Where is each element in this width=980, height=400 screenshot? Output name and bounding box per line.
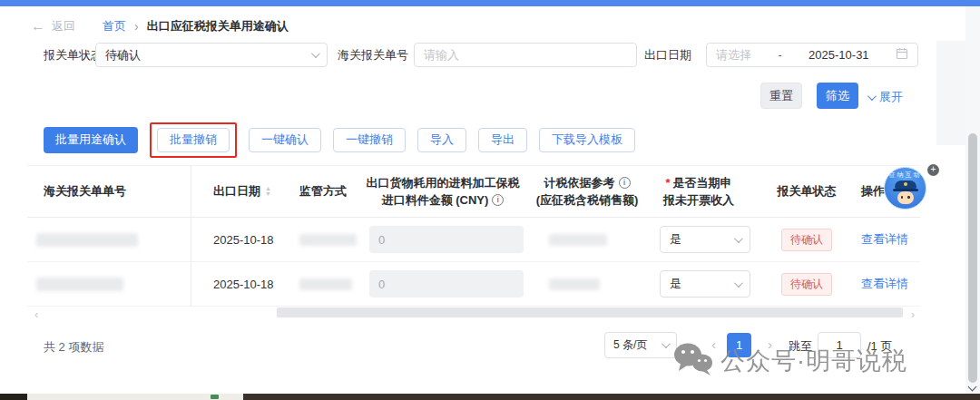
required-asterisk: *	[665, 174, 670, 192]
declare-flag-select[interactable]: 是	[660, 270, 750, 298]
bonded-amount-cell	[357, 226, 529, 253]
supervision-mode-cell-redacted	[277, 278, 357, 290]
export-date-range-picker[interactable]: 请选择 - 2025-10-31	[706, 43, 918, 67]
declare-flag-value: 是	[670, 231, 681, 248]
uninvoiced-income-cell: 是	[645, 270, 752, 298]
batch-purpose-confirm-button[interactable]: 批量用途确认	[44, 127, 138, 153]
chevron-down-icon	[867, 92, 877, 101]
red-highlight-annotation: 批量撤销	[150, 122, 237, 158]
assistant-expand-icon[interactable]: +	[927, 164, 939, 176]
chevron-down-icon	[734, 278, 743, 288]
export-date-cell: 2025-10-18	[191, 278, 277, 291]
actions-cell: 查看详情	[861, 276, 920, 292]
breadcrumb-separator-icon: ›	[134, 19, 139, 34]
status-cell: 待确认	[752, 229, 861, 251]
status-cell: 待确认	[752, 273, 861, 296]
assistant-avatar[interactable]: 征纳互动	[884, 167, 926, 210]
view-details-link[interactable]: 查看详情	[861, 231, 908, 248]
back-link[interactable]: 返回	[52, 18, 75, 34]
date-start-placeholder: 请选择	[716, 47, 751, 63]
bonded-amount-input	[369, 270, 524, 298]
status-filter-value: 待确认	[105, 47, 141, 63]
table-row: 2025-10-18 是 待确认 查看详情	[27, 262, 920, 307]
page-size-value: 5 条/页	[613, 337, 647, 353]
taskbar-segment	[0, 394, 27, 400]
one-click-cancel-button[interactable]: 一键撤销	[333, 128, 406, 152]
header-line: 出口货物耗用的进料加工保税	[367, 174, 520, 192]
officer-cap-icon	[895, 180, 916, 189]
header-line: 计税依据参考	[544, 174, 615, 192]
tax-basis-cell-redacted	[529, 234, 645, 246]
tax-basis-cell-redacted	[529, 278, 645, 290]
one-click-confirm-button[interactable]: 一键确认	[249, 128, 321, 152]
fixed-column-divider	[191, 165, 191, 307]
header-line: 进口料件金额 (CNY)	[382, 191, 489, 210]
officer-face-icon	[897, 191, 914, 204]
declare-flag-value: 是	[670, 276, 681, 292]
info-icon[interactable]: i	[492, 194, 504, 206]
bonded-amount-input	[369, 226, 524, 253]
col-header-export-date[interactable]: 出口日期 ▲▼	[191, 183, 277, 200]
bonded-amount-cell	[357, 270, 529, 298]
taskbar-strip	[0, 394, 980, 400]
chevron-down-icon	[662, 339, 671, 348]
batch-cancel-button[interactable]: 批量撤销	[157, 128, 230, 152]
info-icon[interactable]: i	[619, 177, 631, 189]
breadcrumb-home-link[interactable]: 首页	[103, 18, 126, 34]
chevron-down-icon	[311, 49, 320, 58]
horizontal-scrollbar[interactable]: ‹ ›	[27, 307, 920, 319]
back-arrow-icon[interactable]: ←	[31, 18, 45, 34]
col-header-supervision-mode: 监管方式	[277, 183, 357, 200]
col-header-customs-no: 海关报关单单号	[27, 183, 191, 200]
expand-toggle[interactable]: 展开	[867, 89, 903, 105]
reset-button[interactable]: 重置	[760, 83, 802, 109]
customs-no-placeholder: 请输入	[424, 47, 459, 63]
col-header-uninvoiced-income: * 是否当期申 报未开票收入	[645, 174, 752, 210]
assistant-label: 征纳互动	[889, 171, 922, 180]
vertical-scrollbar-thumb[interactable]	[968, 133, 977, 383]
date-end-value: 2025-10-31	[808, 48, 869, 62]
supervision-mode-cell-redacted	[277, 234, 357, 246]
taskbar-icon	[211, 395, 219, 399]
view-details-link[interactable]: 查看详情	[861, 276, 908, 292]
header-line: 是否当期申	[673, 174, 732, 192]
table-row: 2025-10-18 是 待确认 查看详情	[27, 218, 920, 262]
uninvoiced-income-cell: 是	[645, 226, 752, 253]
scroll-right-arrow-icon[interactable]: ›	[911, 307, 915, 321]
export-button[interactable]: 导出	[478, 128, 527, 152]
col-header-bonded-amount: 出口货物耗用的进料加工保税 进口料件金额 (CNY) i	[357, 174, 529, 210]
horizontal-scrollbar-thumb[interactable]	[277, 307, 903, 317]
table-header-row: 海关报关单单号 出口日期 ▲▼ 监管方式 出口货物耗用的进料加工保税 进口料件金…	[27, 165, 920, 218]
total-count-label: 共 2 项数据	[44, 339, 103, 356]
customs-no-cell-redacted	[27, 233, 191, 247]
declarations-table: 海关报关单单号 出口日期 ▲▼ 监管方式 出口货物耗用的进料加工保税 进口料件金…	[27, 165, 920, 307]
table-toolbar: 批量用途确认 批量撤销 一键确认 一键撤销 导入 导出 下载导入模板	[44, 122, 635, 158]
vertical-scrollbar[interactable]	[965, 6, 980, 394]
sort-icon[interactable]: ▲▼	[265, 186, 271, 197]
watermark: 公众号·明哥说税	[673, 342, 907, 380]
scroll-left-arrow-icon[interactable]: ‹	[34, 307, 38, 321]
status-filter-label: 报关单状态	[44, 47, 103, 63]
date-range-separator: -	[778, 48, 781, 62]
watermark-text: 公众号·明哥说税	[720, 345, 907, 377]
filter-button[interactable]: 筛选	[817, 83, 858, 109]
export-date-filter-label: 出口日期	[644, 47, 691, 63]
status-filter-select[interactable]: 待确认	[95, 43, 328, 67]
header-line: 报未开票收入	[663, 191, 734, 210]
export-date-cell: 2025-10-18	[191, 233, 277, 247]
import-button[interactable]: 导入	[417, 128, 466, 152]
customs-no-cell-redacted	[27, 278, 191, 291]
page-size-select[interactable]: 5 条/页	[604, 332, 677, 358]
expand-label: 展开	[879, 89, 903, 105]
col-header-export-date-label: 出口日期	[213, 183, 260, 200]
status-badge: 待确认	[781, 273, 832, 296]
col-header-declaration-status: 报关单状态	[752, 183, 861, 200]
customs-no-input[interactable]: 请输入	[414, 43, 637, 67]
page-title: 出口应征税报关单用途确认	[147, 18, 289, 34]
declare-flag-select[interactable]: 是	[660, 226, 750, 253]
download-template-button[interactable]: 下载导入模板	[539, 128, 635, 152]
header-line: (应征税含税销售额)	[536, 191, 639, 210]
scroll-down-arrow-icon[interactable]	[968, 383, 977, 392]
chevron-down-icon	[734, 234, 743, 243]
status-badge: 待确认	[781, 229, 832, 251]
